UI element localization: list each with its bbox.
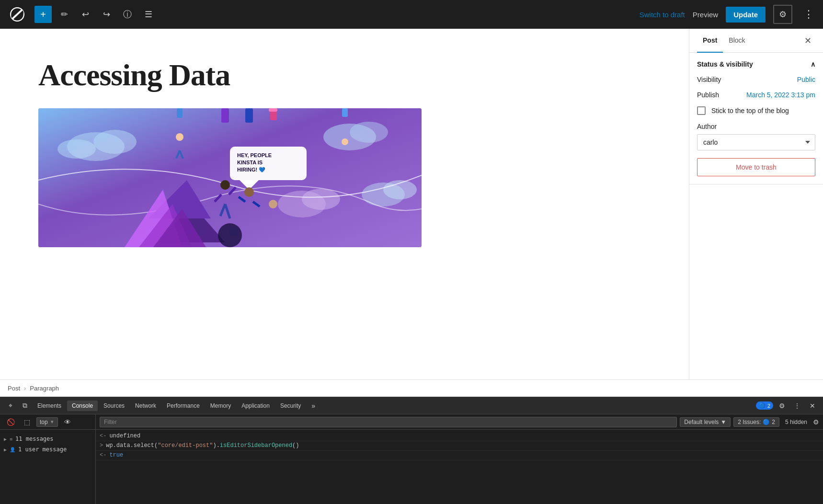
undo-button[interactable]: ↩ <box>77 6 94 23</box>
sidebar-panel: Post Block ✕ Status & visibility ∧ Visib… <box>689 29 823 379</box>
info-button[interactable]: ⓘ <box>119 6 136 23</box>
info-icon: ⓘ <box>123 9 132 20</box>
sidebar-close-button[interactable]: ✕ <box>800 32 815 50</box>
user-icon: 👤 <box>10 447 15 452</box>
edit-button[interactable]: ✏ <box>56 6 73 23</box>
collapse-icon: ∧ <box>811 60 815 68</box>
devtools-device-button[interactable]: ⧉ <box>18 399 32 412</box>
more-tabs-button[interactable]: » <box>307 399 320 412</box>
sidebar-tabs: Post Block ✕ <box>689 29 823 53</box>
tab-application[interactable]: Application <box>237 401 274 411</box>
redo-button[interactable]: ↪ <box>98 6 115 23</box>
stick-to-top-label: Stick to the top of the blog <box>711 107 789 115</box>
messages-list: ▶ ≡ 11 messages ▶ 👤 1 user message <box>0 430 95 458</box>
post-title[interactable]: Accessing Data <box>38 57 651 93</box>
more-options-button[interactable]: ⋮ <box>800 6 817 23</box>
visibility-value[interactable]: Public <box>797 76 815 83</box>
svg-point-2 <box>93 130 137 154</box>
author-select[interactable]: carlo <box>697 134 815 150</box>
svg-point-40 <box>229 227 239 236</box>
plus-icon: + <box>40 9 46 20</box>
list-icon: ☰ <box>145 9 152 20</box>
publish-value[interactable]: March 5, 2022 3:13 pm <box>746 91 815 99</box>
redo-icon: ↪ <box>103 9 110 20</box>
device-icon: ⧉ <box>23 401 27 410</box>
list-items-icon: ≡ <box>10 436 12 442</box>
eye-button[interactable]: 👁 <box>61 415 74 429</box>
issues-badge[interactable]: 🔵 2 <box>756 401 773 410</box>
svg-point-5 <box>350 122 388 143</box>
issues-number: 2 <box>772 419 775 425</box>
toolbar-right: Switch to draft Preview Update ⚙ ⋮ <box>640 5 817 24</box>
devtools-panel: ⌖ ⧉ Elements Console Sources Network Per… <box>0 397 823 504</box>
main-area: Accessing Data <box>0 29 823 379</box>
devtools-more-button[interactable]: ⋮ <box>790 399 804 412</box>
stick-to-top-checkbox[interactable] <box>697 106 706 115</box>
preview-button[interactable]: Preview <box>693 11 718 19</box>
move-to-trash-button[interactable]: Move to trash <box>697 158 815 176</box>
chevron-right-icon: » <box>311 402 315 410</box>
devtools-tabs: ⌖ ⧉ Elements Console Sources Network Per… <box>0 397 823 414</box>
breadcrumb-paragraph[interactable]: Paragraph <box>30 385 59 392</box>
section-title: Status & visibility <box>697 60 753 68</box>
svg-point-3 <box>57 139 96 159</box>
issues-counter: 2 Issues: 🔵 2 <box>733 417 779 427</box>
devtools-right-icons: 🔵 2 ⚙ ⋮ ✕ <box>756 399 819 412</box>
console-text-3: true <box>109 452 123 458</box>
tab-network[interactable]: Network <box>130 401 161 411</box>
wp-logo[interactable] <box>6 0 29 29</box>
console-line-1: <- undefined <box>96 432 823 441</box>
default-levels-dropdown[interactable]: Default levels ▼ <box>680 417 731 427</box>
messages-item[interactable]: ▶ ≡ 11 messages <box>4 434 91 444</box>
default-levels-label: Default levels <box>684 419 719 425</box>
settings-button[interactable]: ⚙ <box>773 5 792 24</box>
console-toolbar: Default levels ▼ 2 Issues: 🔵 2 5 hidden … <box>96 414 823 430</box>
hidden-count: 5 hidden <box>782 418 810 426</box>
breadcrumb-separator: › <box>24 385 26 392</box>
undo-icon: ↩ <box>82 9 89 20</box>
visibility-row: Visibility Public <box>697 76 815 83</box>
svg-point-7 <box>302 189 340 210</box>
preserve-log-button[interactable]: ⬚ <box>20 415 34 429</box>
user-messages-item[interactable]: ▶ 👤 1 user message <box>4 444 91 455</box>
add-block-button[interactable]: + <box>34 6 52 23</box>
console-settings-icon[interactable]: ⚙ <box>813 418 819 426</box>
svg-rect-38 <box>269 108 277 112</box>
tab-console[interactable]: Console <box>67 401 98 411</box>
no-entry-icon: 🚫 <box>7 418 15 426</box>
issue-icon: 🔵 <box>759 402 766 409</box>
tab-block[interactable]: Block <box>723 29 751 53</box>
arrow-left-icon: <- <box>100 433 106 439</box>
devtools-settings-button[interactable]: ⚙ <box>775 399 789 412</box>
console-text-1: undefined <box>109 433 140 439</box>
devtools-close-button[interactable]: ✕ <box>806 399 819 412</box>
switch-to-draft-button[interactable]: Switch to draft <box>640 11 685 19</box>
tab-memory[interactable]: Memory <box>206 401 236 411</box>
tab-post[interactable]: Post <box>697 29 723 53</box>
devtools-left-panel: 🚫 ⬚ top ▼ 👁 ▶ ≡ 11 messages <box>0 414 96 504</box>
status-visibility-header[interactable]: Status & visibility ∧ <box>697 60 815 68</box>
svg-text:HEY, PEOPLE: HEY, PEOPLE <box>237 152 272 158</box>
tab-sources[interactable]: Sources <box>99 401 129 411</box>
expand-arrow: ▶ <box>4 436 7 442</box>
console-filter-input[interactable] <box>100 417 677 427</box>
issues-count: 2 <box>767 403 770 409</box>
ellipsis-icon: ⋮ <box>803 8 814 21</box>
tab-performance[interactable]: Performance <box>162 401 205 411</box>
gear-icon: ⚙ <box>779 402 785 410</box>
close-icon: ✕ <box>810 402 815 410</box>
devtools-inspect-button[interactable]: ⌖ <box>4 399 17 412</box>
messages-count: 11 messages <box>15 435 53 442</box>
tab-elements[interactable]: Elements <box>33 401 66 411</box>
close-icon: ✕ <box>804 36 812 46</box>
update-button[interactable]: Update <box>726 7 766 23</box>
list-view-button[interactable]: ☰ <box>140 6 157 23</box>
top-dropdown[interactable]: top ▼ <box>36 417 58 427</box>
gear-icon: ⚙ <box>779 9 787 20</box>
svg-point-39 <box>218 223 242 247</box>
clear-console-button[interactable]: 🚫 <box>4 415 17 429</box>
tab-security[interactable]: Security <box>275 401 306 411</box>
featured-image[interactable]: HEY, PEOPLE KINSTA IS HIRING! 💙 <box>38 108 422 247</box>
breadcrumb-post[interactable]: Post <box>8 385 20 392</box>
svg-point-20 <box>176 133 183 141</box>
